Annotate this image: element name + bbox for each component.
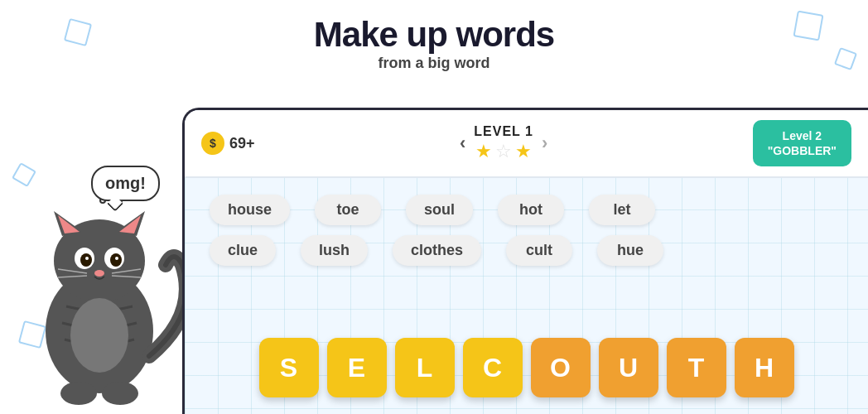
word-grid: house toe soul hot let clue lush clothes… xyxy=(185,178,868,282)
stars-row: ★ ☆ ★ xyxy=(474,141,533,162)
speech-bubble: omg! xyxy=(91,166,160,201)
svg-point-10 xyxy=(85,257,89,260)
word-let[interactable]: let xyxy=(589,195,655,225)
level-center: ‹ LEVEL 1 ★ ☆ ★ › xyxy=(460,124,547,162)
coin-area: $ 69+ xyxy=(201,132,255,155)
word-hue[interactable]: hue xyxy=(597,235,663,266)
svg-point-12 xyxy=(94,270,104,277)
coin-icon: $ xyxy=(201,132,224,155)
star-3: ★ xyxy=(515,141,532,162)
tile-C[interactable]: C xyxy=(463,338,523,397)
header: Make up words from a big word xyxy=(0,0,868,79)
tiles-row: S E L C O U T H xyxy=(259,338,794,397)
star-2: ☆ xyxy=(495,141,512,162)
word-hot[interactable]: hot xyxy=(498,195,564,225)
svg-point-11 xyxy=(115,257,118,260)
word-clothes[interactable]: clothes xyxy=(393,235,481,266)
tile-E[interactable]: E xyxy=(327,338,387,397)
next-level-button[interactable]: Level 2 "GOBBLER" xyxy=(753,120,851,166)
tile-L[interactable]: L xyxy=(395,338,455,397)
word-clue[interactable]: clue xyxy=(210,235,276,266)
tile-T[interactable]: T xyxy=(667,338,726,397)
word-row-2: clue lush clothes cult hue xyxy=(210,235,843,266)
svg-point-19 xyxy=(70,298,128,373)
word-soul[interactable]: soul xyxy=(406,195,473,225)
tile-U[interactable]: U xyxy=(599,338,658,397)
word-lush[interactable]: lush xyxy=(301,235,368,266)
coin-count: 69+ xyxy=(229,135,255,152)
game-area: $ 69+ ‹ LEVEL 1 ★ ☆ ★ › Level 2 "GOBBLER… xyxy=(182,108,868,414)
page-subtitle: from a big word xyxy=(0,55,868,72)
nav-left-button[interactable]: ‹ xyxy=(460,132,465,154)
svg-point-18 xyxy=(102,382,138,405)
svg-point-17 xyxy=(60,382,97,405)
svg-point-9 xyxy=(110,253,122,267)
svg-point-8 xyxy=(80,253,92,267)
nav-right-button[interactable]: › xyxy=(542,132,547,154)
star-1: ★ xyxy=(475,141,492,162)
level-label: LEVEL 1 xyxy=(474,124,533,139)
cat-svg xyxy=(17,116,182,414)
word-house[interactable]: house xyxy=(210,195,290,225)
top-bar: $ 69+ ‹ LEVEL 1 ★ ☆ ★ › Level 2 "GOBBLER… xyxy=(185,110,868,178)
word-cult[interactable]: cult xyxy=(506,235,572,266)
page-title: Make up words xyxy=(0,15,868,55)
cat-character: omg! xyxy=(17,99,199,414)
tile-O[interactable]: O xyxy=(531,338,591,397)
word-toe[interactable]: toe xyxy=(315,195,381,225)
tile-H[interactable]: H xyxy=(735,338,794,397)
level-info: LEVEL 1 ★ ☆ ★ xyxy=(474,124,533,162)
tile-S[interactable]: S xyxy=(259,338,319,397)
word-row-1: house toe soul hot let xyxy=(210,195,843,225)
